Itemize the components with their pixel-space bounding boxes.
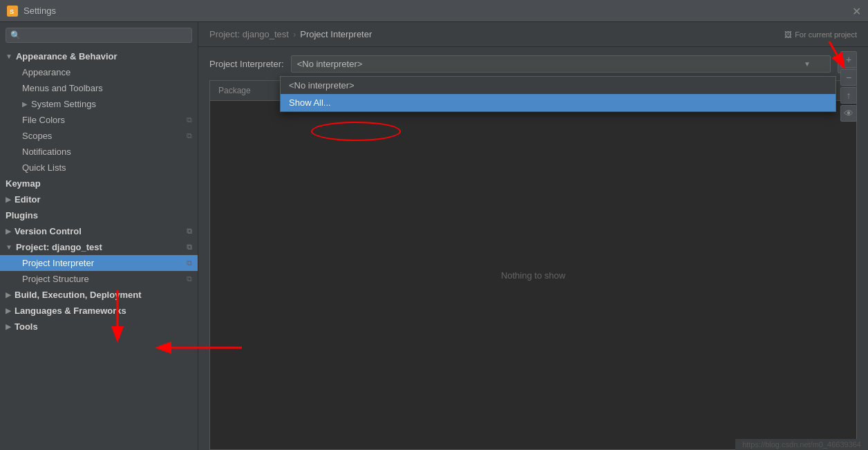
sidebar-item-quick-lists[interactable]: Quick Lists: [0, 160, 198, 176]
option-label: <No interpreter>: [289, 80, 355, 91]
add-package-button[interactable]: +: [840, 51, 857, 68]
sidebar-item-system-settings[interactable]: ▶ System Settings: [0, 96, 198, 112]
copy-icon: ⧉: [187, 259, 192, 268]
sidebar: 🔍 ▼ Appearance & Behavior Appearance Men…: [0, 22, 198, 450]
eye-icon: 👁: [844, 108, 853, 119]
sidebar-item-scopes[interactable]: Scopes ⧉: [0, 128, 198, 144]
sidebar-item-project-interpreter[interactable]: Project Interpreter ⧉: [0, 255, 198, 271]
interpreter-row: Project Interpreter: <No interpreter> ▼ …: [198, 47, 868, 80]
expand-arrow-icon: ▼: [6, 53, 12, 60]
sidebar-item-menus-toolbars[interactable]: Menus and Toolbars: [0, 80, 198, 96]
sidebar-item-plugins[interactable]: Plugins: [0, 207, 198, 223]
sidebar-item-build-execution[interactable]: ▶ Build, Execution, Deployment: [0, 287, 198, 303]
interpreter-value: <No interpreter>: [297, 59, 363, 69]
sidebar-item-label: Tools: [15, 321, 38, 332]
sidebar-item-label: Project: django_test: [16, 242, 102, 252]
sidebar-item-label: Languages & Frameworks: [15, 306, 126, 316]
svg-text:S: S: [10, 8, 14, 15]
sidebar-item-label: Menus and Toolbars: [22, 83, 103, 93]
expand-arrow-icon: ▼: [6, 243, 12, 251]
sidebar-item-project-structure[interactable]: Project Structure ⧉: [0, 271, 198, 287]
titlebar: S Settings ✕: [0, 0, 868, 22]
url-bar: https://blog.csdn.net/m0_46639364: [735, 439, 868, 450]
sidebar-item-label: Scopes: [22, 131, 52, 141]
sidebar-item-label: Appearance: [22, 67, 70, 77]
sidebar-item-label: Keymap: [6, 178, 41, 189]
copy-icon: ⧉: [187, 115, 192, 124]
breadcrumb-current-page: Project Interpreter: [300, 29, 372, 39]
interpreter-dropdown[interactable]: <No interpreter> ▼: [291, 55, 831, 73]
breadcrumb: Project: django_test › Project Interpret…: [198, 22, 868, 47]
sidebar-item-label: System Settings: [31, 99, 96, 109]
search-box[interactable]: 🔍: [6, 28, 192, 43]
sidebar-item-version-control[interactable]: ▶ Version Control ⧉: [0, 223, 198, 239]
sidebar-item-label: File Colors: [22, 115, 65, 125]
sidebar-item-label: Plugins: [6, 210, 38, 221]
upgrade-package-button[interactable]: ↑: [840, 87, 857, 104]
window-title: Settings: [23, 6, 56, 16]
dropdown-option-show-all[interactable]: Show All...: [281, 94, 836, 111]
badge-icon: 🖼: [784, 30, 792, 39]
url-text: https://blog.csdn.net/m0_46639364: [742, 440, 861, 449]
search-icon: 🔍: [10, 30, 21, 40]
sidebar-item-project-django-test[interactable]: ▼ Project: django_test ⧉: [0, 239, 198, 255]
sidebar-item-label: Appearance & Behavior: [16, 51, 117, 62]
interpreter-label: Project Interpreter:: [209, 59, 284, 69]
sidebar-item-label: Notifications: [22, 147, 71, 157]
right-action-buttons: + − ↑ 👁: [840, 51, 857, 122]
badge-text: For current project: [795, 30, 857, 39]
dropdown-arrow-icon: ▼: [804, 60, 811, 68]
content-area: Project: django_test › Project Interpret…: [198, 22, 868, 450]
table-empty-message: Nothing to show: [210, 101, 856, 449]
sidebar-item-label: Version Control: [15, 226, 82, 236]
sidebar-item-editor[interactable]: ▶ Editor: [0, 191, 198, 207]
arrow-icon: ▶: [6, 196, 11, 203]
sidebar-item-tools[interactable]: ▶ Tools: [0, 319, 198, 335]
sidebar-item-appearance[interactable]: Appearance: [0, 64, 198, 80]
packages-table: Package Version Latest version Nothing t…: [209, 80, 857, 450]
close-button[interactable]: ✕: [852, 4, 861, 17]
arrow-icon: ▶: [22, 100, 28, 108]
dropdown-option-no-interpreter[interactable]: <No interpreter>: [281, 77, 836, 94]
empty-text: Nothing to show: [501, 270, 565, 281]
copy-icon: ⧉: [187, 274, 192, 283]
sidebar-item-label: Project Interpreter: [22, 258, 94, 268]
sidebar-item-languages-frameworks[interactable]: ▶ Languages & Frameworks: [0, 303, 198, 319]
interpreter-dropdown-popup: <No interpreter> Show All...: [280, 76, 836, 112]
show-details-button[interactable]: 👁: [840, 105, 857, 122]
sidebar-item-file-colors[interactable]: File Colors ⧉: [0, 112, 198, 128]
sidebar-item-label: Build, Execution, Deployment: [15, 290, 141, 300]
breadcrumb-separator: ›: [293, 29, 296, 39]
copy-icon: ⧉: [187, 243, 192, 252]
breadcrumb-badge: 🖼 For current project: [784, 30, 857, 39]
app-icon: S: [7, 6, 18, 17]
sidebar-item-label: Project Structure: [22, 274, 89, 284]
minus-icon: −: [846, 72, 851, 83]
search-input[interactable]: [23, 30, 187, 40]
sidebar-item-appearance-behavior[interactable]: ▼ Appearance & Behavior: [0, 48, 198, 64]
arrow-icon: ▶: [6, 323, 11, 330]
add-icon: +: [846, 54, 851, 65]
arrow-icon: ▶: [6, 227, 11, 235]
sidebar-item-label: Editor: [15, 194, 41, 205]
copy-icon: ⧉: [187, 227, 192, 236]
sidebar-item-keymap[interactable]: Keymap: [0, 176, 198, 191]
sidebar-item-label: Quick Lists: [22, 162, 66, 173]
arrow-icon: ▶: [6, 307, 11, 315]
upgrade-icon: ↑: [847, 90, 851, 101]
breadcrumb-project: Project: django_test: [209, 29, 289, 39]
remove-package-button[interactable]: −: [840, 69, 857, 86]
sidebar-item-notifications[interactable]: Notifications: [0, 144, 198, 160]
arrow-icon: ▶: [6, 291, 11, 299]
option-label: Show All...: [289, 97, 331, 108]
copy-icon: ⧉: [187, 131, 192, 140]
